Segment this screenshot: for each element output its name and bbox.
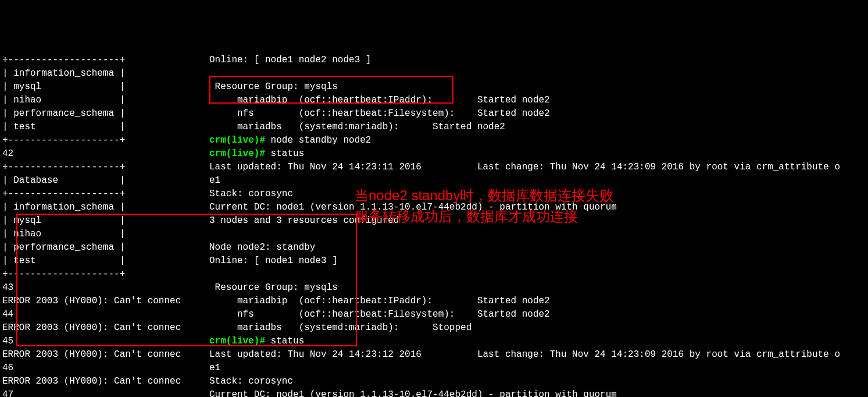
right-line: Online: [ node1 node3 ] [209,254,868,268]
left-line: ERROR 2003 (HY000): Can't connec [2,375,209,388]
left-line: ERROR 2003 (HY000): Can't connec [2,295,209,308]
right-line: Current DC: node1 (version 1.1.13-10.el7… [209,388,868,397]
left-line: +--------------------+ [2,54,209,67]
left-line: +--------------------+ [2,161,209,174]
left-line: ERROR 2003 (HY000): Can't connec [2,348,209,361]
right-line: Online: [ node1 node2 node3 ] [209,54,868,67]
left-line: +--------------------+ [2,134,209,147]
left-line: 42 [2,147,209,161]
left-line: 43 [2,281,209,295]
right-line: e1 [209,361,868,375]
right-line: e1 [209,174,868,187]
left-line: | performance_schema | [2,107,209,120]
right-line: mariadbip (ocf::heartbeat:IPaddr): Start… [209,94,868,107]
right-line [209,67,868,80]
left-line: | test | [2,254,209,268]
right-line: Stack: corosync [209,375,868,388]
command-text: status [265,148,304,159]
command-text: status [265,336,304,346]
left-line: | information_schema | [2,67,209,80]
right-line: Last updated: Thu Nov 24 14:23:11 2016 L… [209,161,868,174]
command-text: node standby node2 [265,135,371,146]
right-line [209,228,868,241]
crm-prompt: crm(live)# [209,135,265,146]
right-line: Resource Group: mysqls [209,80,868,94]
left-line: 46 [2,361,209,375]
crm-prompt: crm(live)# [209,336,265,346]
left-line: | nihao | [2,94,209,107]
right-line: Last updated: Thu Nov 24 14:23:12 2016 L… [209,348,868,361]
left-line: 44 [2,308,209,321]
left-line: | Database | [2,174,209,187]
crm-prompt: crm(live)# [209,148,265,159]
right-line: mariadbs (systemd:mariadb): Stopped [209,321,868,335]
right-line: nfs (ocf::heartbeat:Filesystem): Started… [209,308,868,321]
left-terminal-pane[interactable]: +--------------------+| information_sche… [0,54,209,397]
right-line: Node node2: standby [209,241,868,254]
right-line: crm(live)# status [209,147,868,161]
right-line: crm(live)# node standby node2 [209,134,868,147]
left-line: | nihao | [2,228,209,241]
annotation-line-2: 服务转移成功后，数据库才成功连接 [355,207,578,226]
left-line: +--------------------+ [2,268,209,281]
annotation-line-1: 当node2 standby时，数据库数据连接失败 [355,186,613,205]
right-line: crm(live)# status [209,335,868,348]
right-line [209,268,868,281]
right-line: mariadbip (ocf::heartbeat:IPaddr): Start… [209,295,868,308]
left-line: ERROR 2003 (HY000): Can't connec [2,321,209,335]
right-line: nfs (ocf::heartbeat:Filesystem): Started… [209,107,868,120]
left-line: +--------------------+ [2,187,209,201]
left-line: 47 [2,388,209,397]
left-line: | mysql | [2,80,209,94]
left-line: | test | [2,120,209,134]
right-line: mariadbs (systemd:mariadb): Started node… [209,120,868,134]
left-line: | information_schema | [2,201,209,214]
left-line: | performance_schema | [2,241,209,254]
left-line: 45 [2,335,209,348]
right-line: Resource Group: mysqls [209,281,868,295]
left-line: | mysql | [2,214,209,228]
